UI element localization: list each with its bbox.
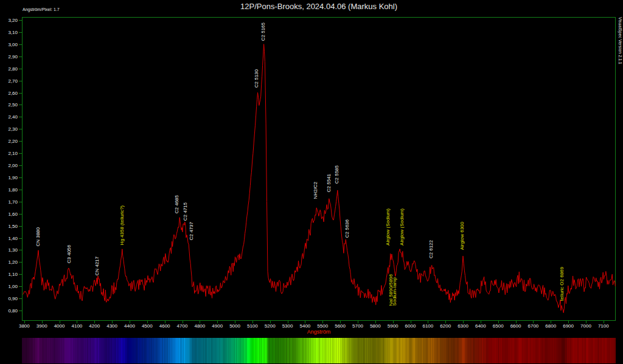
x-tick-mark	[42, 321, 43, 323]
x-tick-label: 5600	[331, 323, 349, 329]
x-tick-mark	[322, 321, 323, 323]
x-tick-label: 5300	[279, 323, 297, 329]
x-tick-label: 4600	[156, 323, 174, 329]
x-tick-mark	[604, 321, 604, 323]
y-tick-mark	[19, 81, 22, 81]
x-tick-mark	[77, 321, 77, 323]
x-axis-title: Angström	[22, 329, 616, 335]
x-tick-label: 5100	[243, 323, 262, 329]
x-tick-mark	[270, 321, 271, 323]
x-tick-mark	[217, 321, 218, 323]
peak-label: C2 4737	[189, 222, 195, 240]
y-tick-mark	[19, 57, 22, 57]
x-tick-label: 7000	[577, 323, 595, 329]
x-tick-mark	[200, 321, 200, 323]
x-tick-label: 5900	[384, 323, 402, 329]
y-tick-mark	[19, 20, 22, 21]
x-tick-label: 3900	[33, 323, 51, 329]
y-tick-label: 1,20	[0, 259, 18, 265]
x-tick-mark	[60, 321, 60, 323]
x-tick-label: 6300	[454, 323, 472, 329]
y-tick-label: 2,50	[0, 102, 18, 108]
y-tick-label: 1,00	[0, 284, 18, 289]
peak-label: Hg 4358 (telluric?)	[119, 205, 125, 245]
peak-label: C2 5585	[334, 165, 340, 184]
x-tick-label: 4700	[173, 323, 192, 329]
x-tick-mark	[288, 321, 288, 323]
x-tick-mark	[112, 321, 113, 323]
peak-label: C2 6122	[428, 240, 434, 258]
y-tick-label: 1,70	[0, 199, 18, 205]
peak-label: C2 4715	[183, 202, 189, 221]
x-tick-mark	[340, 321, 341, 323]
y-tick-mark	[19, 311, 22, 311]
x-tick-mark	[428, 321, 428, 323]
peak-label: CN 4217	[94, 256, 100, 276]
x-tick-label: 4800	[190, 323, 209, 329]
y-tick-mark	[19, 69, 22, 69]
x-tick-mark	[498, 321, 499, 323]
x-tick-mark	[393, 321, 394, 323]
x-tick-label: 5200	[261, 323, 279, 329]
x-tick-mark	[24, 321, 25, 323]
y-tick-mark	[19, 226, 22, 227]
y-tick-label: 3,10	[0, 30, 18, 35]
y-tick-label: 2,00	[0, 163, 18, 168]
x-tick-label: 4000	[50, 323, 69, 329]
y-tick-mark	[19, 274, 22, 275]
y-tick-mark	[19, 105, 22, 105]
y-tick-label: 2,80	[0, 66, 18, 72]
x-tick-mark	[235, 321, 235, 323]
peak-label: C2 5541	[326, 174, 332, 192]
x-tick-mark	[516, 321, 517, 323]
x-tick-label: 4900	[208, 323, 226, 329]
x-tick-label: 4500	[138, 323, 156, 329]
y-tick-label: 2,90	[0, 54, 18, 60]
y-tick-label: 1,40	[0, 236, 18, 241]
y-tick-label: 3,20	[0, 18, 18, 23]
x-tick-label: 7100	[594, 323, 613, 329]
x-tick-label: 5400	[296, 323, 314, 329]
x-tick-mark	[375, 321, 376, 323]
x-tick-mark	[183, 321, 183, 323]
x-tick-label: 6000	[402, 323, 420, 329]
y-tick-label: 3,00	[0, 42, 18, 47]
y-tick-label: 2,60	[0, 91, 18, 96]
x-tick-mark	[445, 321, 446, 323]
x-tick-label: 5000	[226, 323, 244, 329]
peak-label: Airglow (Sodium)	[399, 208, 405, 246]
x-tick-mark	[252, 321, 253, 323]
y-tick-mark	[19, 129, 22, 129]
y-tick-label: 2,30	[0, 126, 18, 132]
y-tick-mark	[19, 238, 22, 239]
y-tick-label: 0,80	[0, 308, 18, 314]
x-tick-label: 6700	[524, 323, 542, 329]
x-tick-mark	[94, 321, 95, 323]
peak-label: C2 4685	[174, 195, 180, 213]
spectrum-line	[23, 44, 616, 313]
y-tick-label: 2,40	[0, 114, 18, 120]
x-tick-mark	[551, 321, 551, 323]
x-tick-label: 4200	[85, 323, 103, 329]
x-tick-mark	[533, 321, 534, 323]
peak-label: Airglow 6300	[459, 222, 465, 250]
x-tick-mark	[586, 321, 586, 323]
x-tick-label: 5800	[366, 323, 385, 329]
x-tick-label: 6500	[489, 323, 507, 329]
peak-label: C2 5165	[260, 22, 266, 41]
spectrum-chart: 12P/Pons-Brooks, 2024.04.06 (Markus Kohl…	[0, 0, 623, 364]
x-tick-mark	[481, 321, 481, 323]
x-tick-mark	[463, 321, 464, 323]
x-tick-label: 3800	[15, 323, 33, 329]
x-tick-label: 6100	[419, 323, 437, 329]
x-tick-mark	[130, 321, 130, 323]
x-tick-mark	[165, 321, 165, 323]
y-tick-mark	[19, 202, 22, 202]
x-tick-mark	[568, 321, 569, 323]
y-tick-mark	[19, 298, 22, 299]
y-tick-label: 2,10	[0, 151, 18, 156]
y-tick-label: 1,80	[0, 187, 18, 193]
spectrum-line-plot	[0, 0, 623, 364]
y-tick-mark	[19, 153, 22, 154]
y-tick-label: 2,20	[0, 139, 18, 144]
